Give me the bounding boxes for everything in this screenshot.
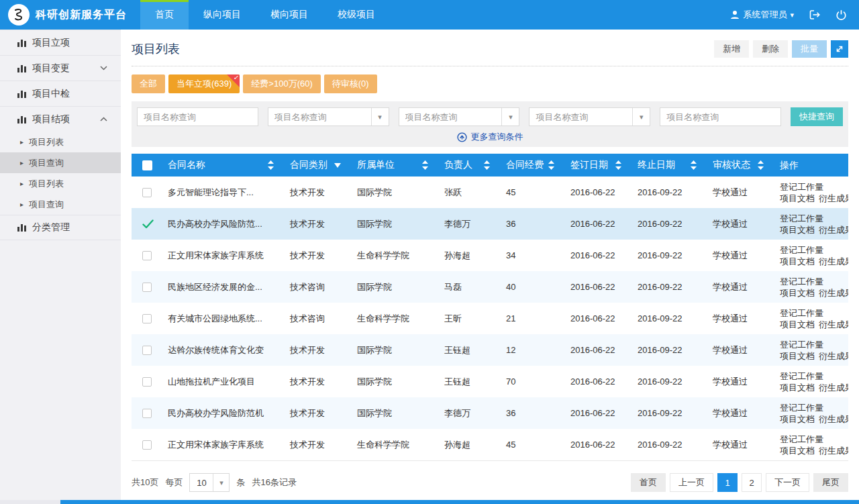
column-header-合同类别[interactable]: 合同类别 <box>283 159 350 171</box>
filter-caret-icon[interactable] <box>334 163 341 168</box>
table-row[interactable]: 民族地区经济发展的金... 技术咨询 国际学院 马磊 40 2016-06-22… <box>132 271 848 303</box>
column-header-终止日期[interactable]: 终止日期 <box>631 159 706 171</box>
op-link-衍生成果[interactable]: 衍生成果 <box>819 193 848 203</box>
column-header-合同名称[interactable]: 合同名称 <box>161 159 283 171</box>
search-input-1[interactable] <box>137 107 258 126</box>
selected-check-icon[interactable] <box>142 219 154 229</box>
sort-icon[interactable] <box>691 160 697 170</box>
sort-icon[interactable] <box>548 160 554 170</box>
sidebar-item-分类管理[interactable]: 分类管理 <box>0 215 121 240</box>
delete-button[interactable]: 删除 <box>753 40 788 58</box>
row-checkbox[interactable] <box>142 314 152 323</box>
row-checkbox[interactable] <box>142 377 152 387</box>
sidebar-item-项目变更[interactable]: 项目变更 <box>0 55 121 81</box>
op-link-登记工作量[interactable]: 登记工作量 <box>780 182 823 192</box>
sidebar-item-项目结项[interactable]: 项目结项 <box>0 106 121 132</box>
pagination-button-1[interactable]: 1 <box>717 473 738 492</box>
column-header-审核状态[interactable]: 审核状态 <box>706 159 773 171</box>
op-link-登记工作量[interactable]: 登记工作量 <box>780 308 823 318</box>
row-checkbox[interactable] <box>142 251 152 260</box>
op-link-项目文档[interactable]: 项目文档 <box>780 414 815 424</box>
user-menu[interactable]: 系统管理员 ▾ <box>730 9 794 21</box>
column-header-负责人[interactable]: 负责人 <box>438 159 499 171</box>
column-header-合同经费[interactable]: 合同经费 <box>499 159 564 171</box>
power-icon[interactable] <box>836 9 847 21</box>
pagination-button-首页[interactable]: 首页 <box>631 473 666 492</box>
op-link-衍生成果[interactable]: 衍生成果 <box>819 225 848 235</box>
table-row[interactable]: 山地拖拉机产业化项目 技术开发 国际学院 王钰超 70 2016-06-22 2… <box>132 366 848 397</box>
pagination-button-2[interactable]: 2 <box>742 473 762 492</box>
sidebar-item-项目立项[interactable]: 项目立项 <box>0 30 121 55</box>
op-link-登记工作量[interactable]: 登记工作量 <box>780 434 823 444</box>
exit-icon[interactable] <box>809 9 821 21</box>
filter-tab-全部[interactable]: 全部 <box>132 74 165 93</box>
op-link-衍生成果[interactable]: 衍生成果 <box>819 414 848 424</box>
nav-tab-首页[interactable]: 首页 <box>140 0 189 30</box>
op-link-项目文档[interactable]: 项目文档 <box>780 225 815 235</box>
op-link-衍生成果[interactable]: 衍生成果 <box>819 446 848 456</box>
table-row[interactable]: 正文用宋体家族字库系统 技术开发 生命科学学院 孙海超 45 2016-06-2… <box>132 429 848 460</box>
select-all-checkbox[interactable] <box>142 160 152 170</box>
pagination-button-上一页[interactable]: 上一页 <box>670 473 713 492</box>
op-link-登记工作量[interactable]: 登记工作量 <box>780 213 823 223</box>
filter-tab-待审核(0)[interactable]: 待审核(0) <box>324 74 377 93</box>
row-checkbox[interactable] <box>142 346 152 355</box>
field-dropdown-caret-icon[interactable]: ▾ <box>371 108 389 125</box>
pagination-button-尾页[interactable]: 尾页 <box>813 473 848 492</box>
op-link-登记工作量[interactable]: 登记工作量 <box>780 340 823 350</box>
expand-button[interactable] <box>831 40 848 58</box>
op-link-衍生成果[interactable]: 衍生成果 <box>819 383 848 393</box>
more-conditions-link[interactable]: 更多查询条件 <box>137 131 843 143</box>
batch-button[interactable]: 批量 <box>792 40 827 58</box>
op-link-衍生成果[interactable]: 衍生成果 <box>819 256 848 266</box>
sort-icon[interactable] <box>758 160 764 170</box>
op-link-项目文档[interactable]: 项目文档 <box>780 319 815 330</box>
op-link-项目文档[interactable]: 项目文档 <box>780 288 815 298</box>
op-link-项目文档[interactable]: 项目文档 <box>780 446 815 456</box>
table-row[interactable]: 达斡尔族传统体育文化变 技术开发 国际学院 王钰超 12 2016-06-22 … <box>132 334 848 366</box>
column-header-签订日期[interactable]: 签订日期 <box>564 159 631 171</box>
op-link-登记工作量[interactable]: 登记工作量 <box>780 371 823 381</box>
row-checkbox[interactable] <box>142 188 152 197</box>
op-link-项目文档[interactable]: 项目文档 <box>780 351 815 361</box>
add-button[interactable]: 新增 <box>714 40 749 58</box>
sidebar-subitem-项目列表[interactable]: ▸ 项目列表 <box>0 173 121 194</box>
sort-icon[interactable] <box>268 160 274 170</box>
op-link-项目文档[interactable]: 项目文档 <box>780 256 815 266</box>
sidebar-subitem-项目查询[interactable]: ▸ 项目查询 <box>0 152 121 173</box>
row-checkbox[interactable] <box>142 440 152 450</box>
op-link-项目文档[interactable]: 项目文档 <box>780 193 815 203</box>
row-checkbox[interactable] <box>142 409 152 418</box>
op-link-项目文档[interactable]: 项目文档 <box>780 383 815 393</box>
row-checkbox[interactable] <box>142 283 152 292</box>
search-input-5[interactable] <box>660 107 781 126</box>
sort-icon[interactable] <box>422 160 428 170</box>
table-row[interactable]: 多元智能理论指导下... 技术开发 国际学院 张跃 45 2016-06-22 … <box>132 177 848 208</box>
op-link-登记工作量[interactable]: 登记工作量 <box>780 403 823 413</box>
field-dropdown-caret-icon[interactable]: ▾ <box>501 108 519 125</box>
column-header-操作[interactable]: 操作 <box>773 160 848 171</box>
op-link-衍生成果[interactable]: 衍生成果 <box>819 288 848 298</box>
nav-tab-校级项目[interactable]: 校级项目 <box>323 0 390 30</box>
sidebar-item-项目中检[interactable]: 项目中检 <box>0 81 121 106</box>
nav-tab-横向项目[interactable]: 横向项目 <box>256 0 323 30</box>
op-link-登记工作量[interactable]: 登记工作量 <box>780 276 823 287</box>
column-header-所属单位[interactable]: 所属单位 <box>350 159 438 171</box>
per-page-select[interactable]: 10 ▾ <box>189 473 230 492</box>
filter-tab-当年立项(639)[interactable]: 当年立项(639)✓ <box>168 74 240 93</box>
field-dropdown-caret-icon[interactable]: ▾ <box>632 108 650 125</box>
sidebar-subitem-项目查询[interactable]: ▸ 项目查询 <box>0 194 121 215</box>
table-row[interactable]: 正文用宋体家族字库系统 技术开发 生命科学学院 孙海超 34 2016-06-2… <box>132 240 848 271</box>
sidebar-subitem-项目列表[interactable]: ▸ 项目列表 <box>0 132 121 152</box>
sort-icon[interactable] <box>615 160 621 170</box>
op-link-登记工作量[interactable]: 登记工作量 <box>780 245 823 255</box>
pagination-button-下一页[interactable]: 下一页 <box>766 473 809 492</box>
table-row[interactable]: 民办高校办学风险防范机 技术开发 国际学院 李德万 36 2016-06-22 … <box>132 397 848 429</box>
quick-search-button[interactable]: 快捷查询 <box>791 107 843 126</box>
table-row[interactable]: 民办高校办学风险防范... 技术开发 国际学院 李德万 36 2016-06-2… <box>132 208 848 240</box>
op-link-衍生成果[interactable]: 衍生成果 <box>819 319 848 330</box>
op-link-衍生成果[interactable]: 衍生成果 <box>819 351 848 361</box>
filter-tab-经费>100万(60)[interactable]: 经费>100万(60) <box>243 74 320 93</box>
nav-tab-纵向项目[interactable]: 纵向项目 <box>189 0 256 30</box>
sort-icon[interactable] <box>484 160 490 170</box>
